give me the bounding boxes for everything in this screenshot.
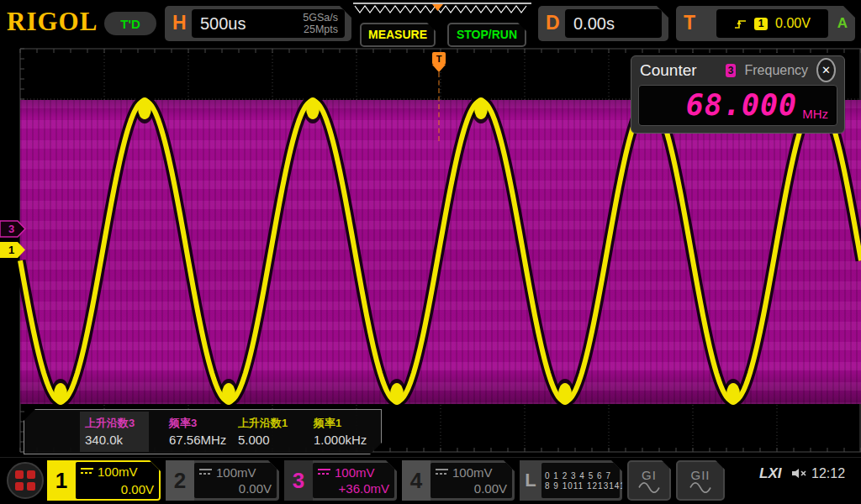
trigger-inner: 1 0.00V: [716, 9, 828, 38]
channel-1-offset: 0.00V: [121, 482, 154, 496]
trigger-mode-auto: A: [837, 15, 848, 32]
horizontal-timebase-box[interactable]: H 500us 5GSa/s25Mpts: [165, 6, 351, 41]
trigger-source-badge: 1: [754, 18, 768, 30]
measurement-panel: 上升沿数3 340.0k 频率3 67.56MHz 上升沿数1 5.000 频率…: [24, 409, 382, 454]
clock-time: 12:12: [811, 466, 845, 481]
d-label: D: [546, 12, 560, 34]
counter-frequency-unit: MHz: [802, 107, 828, 125]
ch3-offset-pennant[interactable]: 3: [0, 220, 27, 238]
trigger-position-pointer-icon: [432, 65, 446, 72]
trigger-position-line: [438, 72, 440, 141]
channel-2-scale: 100mV: [216, 465, 256, 480]
counter-source-badge: 3: [726, 64, 737, 77]
channel-3-offset: +36.0mV: [339, 481, 389, 496]
channel-4-panel: 100mV 0.00V: [430, 463, 512, 498]
counter-close-button[interactable]: ✕: [816, 58, 836, 82]
measurement-label: 频率3: [169, 416, 197, 431]
delay-inner: 0.00s: [565, 9, 662, 38]
measurement-value: 340.0k: [85, 433, 123, 447]
channel-2-tab: 2: [166, 460, 194, 501]
logic-row-8-15: 8 9 1011 12131415: [545, 481, 616, 491]
measurement-value: 1.000kHz: [314, 433, 367, 447]
measurement-label: 上升沿数1: [238, 416, 288, 431]
timebase-inner: 500us 5GSa/s25Mpts: [192, 9, 345, 38]
trigger-status-badge: T'D: [104, 12, 156, 35]
ch1-offset-pennant[interactable]: 1: [0, 241, 27, 259]
counter-display: 68.000 MHz: [638, 85, 837, 126]
counter-frequency-value: 68.000: [686, 91, 797, 120]
trigger-level-value: 0.00V: [775, 16, 811, 31]
trigger-box[interactable]: T 1 0.00V A: [676, 6, 855, 41]
channel-4-offset: 0.00V: [474, 481, 507, 496]
h-label: H: [172, 12, 187, 34]
logic-tab: L: [520, 460, 541, 501]
delay-value: 0.00s: [565, 14, 662, 34]
ch1-pennant-label: 1: [8, 244, 14, 256]
t-label: T: [684, 12, 695, 34]
generator-1-label: GI: [642, 468, 657, 482]
dc-coupling-icon: [436, 469, 448, 476]
measurement-value: 5.000: [238, 433, 270, 447]
channel-3-tab: 3: [284, 460, 313, 501]
bottom-status-bar: 1 100mV 0.00V 2 100mV 0.00V 3 100mV +36.…: [0, 457, 861, 504]
ch3-pennant-label: 3: [8, 223, 14, 235]
channel-1-scale: 100mV: [98, 465, 138, 479]
measurement-label: 上升沿数3: [85, 416, 135, 431]
channel-4-scale: 100mV: [452, 465, 493, 480]
counter-panel: Counter 3 Frequency ✕ 68.000 MHz: [631, 55, 845, 134]
channel-4-tab: 4: [402, 460, 430, 501]
generator-2-label: GII: [690, 468, 710, 482]
stop-run-button[interactable]: STOP/RUN: [447, 23, 526, 47]
counter-title: Counter: [640, 61, 697, 80]
counter-header: Counter 3 Frequency ✕: [631, 56, 844, 84]
channel-2-panel: 100mV 0.00V: [194, 463, 277, 498]
logic-channels-block[interactable]: L 0 1 2 3 4 5 6 7 8 9 1011 12131415: [520, 460, 622, 501]
logic-panel: 0 1 2 3 4 5 6 7 8 9 1011 12131415: [541, 463, 620, 498]
sample-rate: 5GSa/s25Mpts: [303, 12, 345, 35]
channel-1-block[interactable]: 1 100mV 0.00V: [47, 460, 161, 501]
generator-1-button[interactable]: GI: [627, 460, 671, 501]
oscilloscope-screen: RIGOL T'D H 500us 5GSa/s25Mpts MEASURE S…: [0, 0, 861, 504]
sine-icon: [689, 482, 711, 493]
channel-1-panel: 100mV 0.00V: [76, 462, 159, 499]
channel-3-panel: 100mV +36.0mV: [313, 463, 394, 498]
channel-1-tab: 1: [47, 460, 76, 501]
menu-nav-button[interactable]: [7, 462, 44, 499]
channel-2-block[interactable]: 2 100mV 0.00V: [166, 460, 279, 501]
channel-3-scale: 100mV: [335, 465, 375, 480]
channel-3-block[interactable]: 3 100mV +36.0mV: [284, 460, 397, 501]
speaker-muted-icon[interactable]: [791, 467, 808, 480]
counter-mode-label: Frequency: [744, 63, 808, 78]
lxi-logo: LXI: [759, 465, 781, 482]
measurement-value: 67.56MHz: [169, 433, 226, 447]
memory-position-strip[interactable]: [353, 3, 531, 17]
timebase-value: 500us: [192, 14, 303, 34]
rising-edge-icon: [734, 18, 747, 29]
dc-coupling-icon: [318, 469, 330, 476]
generator-2-button[interactable]: GII: [676, 460, 725, 501]
logic-row-0-7: 0 1 2 3 4 5 6 7: [545, 471, 616, 480]
delay-box[interactable]: D 0.00s: [538, 6, 668, 41]
dc-coupling-icon: [199, 469, 212, 476]
channel-4-block[interactable]: 4 100mV 0.00V: [402, 460, 515, 501]
sine-icon: [638, 482, 660, 493]
nav-dots-icon: [15, 470, 35, 491]
dc-coupling-icon: [81, 468, 93, 475]
measurement-label: 频率1: [314, 416, 341, 431]
channel-2-offset: 0.00V: [239, 481, 272, 496]
rigol-logo: RIGOL: [7, 7, 98, 37]
waveform-display-area[interactable]: T 3 1 Counter 3 Frequency ✕ 68.000 MHz: [0, 47, 861, 457]
trigger-position-flag[interactable]: T: [432, 52, 446, 65]
measure-button[interactable]: MEASURE: [360, 23, 436, 47]
